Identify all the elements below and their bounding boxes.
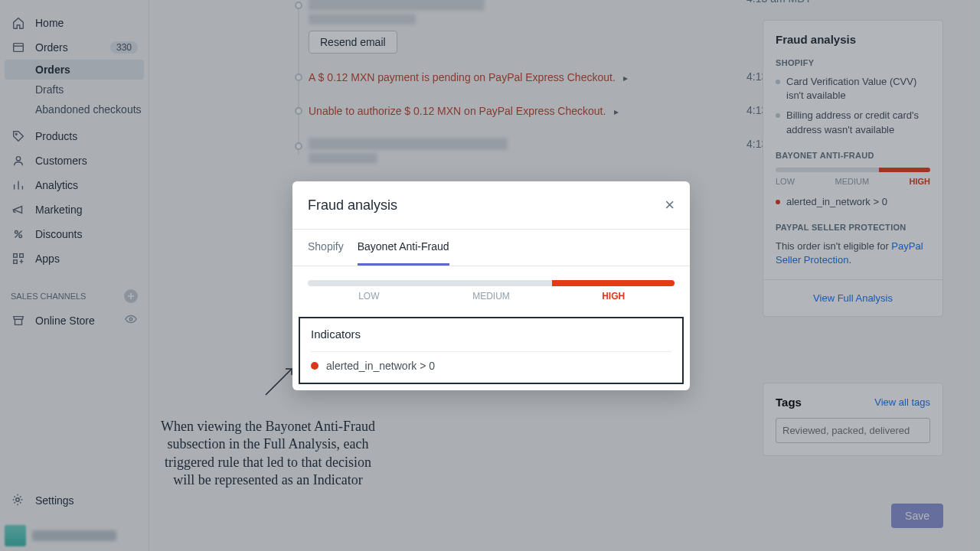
tab-bayonet[interactable]: Bayonet Anti-Fraud [358, 230, 449, 266]
indicators-title: Indicators [311, 328, 671, 341]
fraud-analysis-modal: Fraud analysis × Shopify Bayonet Anti-Fr… [292, 181, 690, 390]
modal-tabs: Shopify Bayonet Anti-Fraud [292, 230, 690, 266]
indicator-row: alerted_in_network > 0 [311, 351, 671, 380]
tab-shopify[interactable]: Shopify [308, 230, 344, 266]
indicators-box: Indicators alerted_in_network > 0 [299, 317, 684, 384]
modal-title: Fraud analysis [308, 197, 397, 214]
modal-risk-labels: LOWMEDIUMHIGH [308, 291, 675, 302]
modal-risk-bar [308, 280, 675, 286]
annotation-arrow [264, 366, 295, 396]
svg-line-10 [266, 369, 292, 395]
annotation-text: When viewing the Bayonet Anti-Fraud subs… [161, 418, 375, 490]
close-icon[interactable]: × [665, 195, 675, 215]
red-dot-icon [311, 362, 318, 370]
